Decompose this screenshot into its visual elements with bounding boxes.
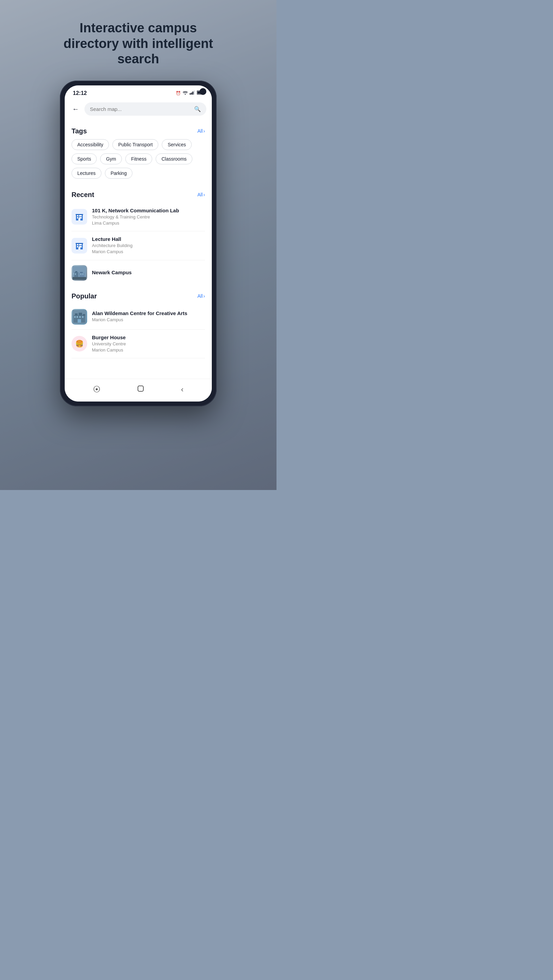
signal-icon	[190, 91, 195, 95]
recent-item-2-subtitle: Architecture Building Marion Campus	[92, 243, 205, 255]
svg-rect-22	[80, 246, 82, 247]
tag-services[interactable]: Services	[162, 139, 192, 150]
svg-rect-24	[76, 243, 83, 244]
svg-rect-26	[74, 272, 78, 277]
popular-all-label: All	[198, 293, 203, 299]
tag-parking[interactable]: Parking	[105, 168, 132, 179]
nav-home-icon[interactable]	[137, 385, 145, 395]
popular-all-chevron: ›	[203, 293, 205, 299]
svg-rect-1	[191, 92, 192, 95]
tag-sports[interactable]: Sports	[72, 153, 97, 164]
svg-rect-28	[79, 273, 84, 277]
svg-rect-27	[75, 271, 77, 272]
svg-rect-21	[79, 246, 80, 247]
building-icon-2	[74, 240, 84, 251]
tags-all-label: All	[198, 128, 203, 134]
svg-rect-8	[77, 215, 78, 216]
tag-lectures[interactable]: Lectures	[72, 168, 102, 179]
phone-frame: 12:12 ⏰	[60, 81, 217, 406]
food-icon: 🍔	[75, 340, 84, 348]
recent-all-label: All	[198, 192, 203, 197]
bottom-nav: ⦿ ‹	[65, 379, 212, 401]
svg-rect-43	[82, 316, 83, 318]
recent-item-3-text: Newark Campus	[92, 269, 205, 276]
tag-classrooms[interactable]: Classrooms	[156, 153, 193, 164]
tag-fitness[interactable]: Fitness	[125, 153, 152, 164]
recent-item-2[interactable]: Lecture Hall Architecture Building Mario…	[65, 231, 212, 259]
recent-item-1[interactable]: 101 K, Network Communication Lab Technol…	[65, 203, 212, 231]
recent-item-2-text: Lecture Hall Architecture Building Mario…	[92, 236, 205, 255]
svg-rect-33	[80, 273, 81, 275]
back-arrow-icon: ←	[72, 105, 79, 113]
popular-item-2[interactable]: 🍔 Burger House University Centre Marion …	[65, 330, 212, 358]
svg-rect-32	[75, 273, 76, 275]
svg-rect-44	[78, 319, 81, 323]
svg-rect-14	[78, 218, 80, 221]
back-button[interactable]: ←	[70, 103, 81, 115]
svg-rect-19	[80, 244, 82, 245]
popular-item-1[interactable]: Alan Wildeman Centre for Creative Arts M…	[65, 304, 212, 329]
recent-section-header: Recent All ›	[65, 184, 212, 203]
popular-item-1-text: Alan Wildeman Centre for Creative Arts M…	[92, 310, 205, 323]
tags-container: Accessibility Public Transport Services …	[65, 139, 212, 184]
svg-rect-20	[77, 246, 78, 247]
svg-rect-30	[73, 277, 86, 280]
recent-item-2-icon	[72, 238, 87, 253]
alarm-icon: ⏰	[176, 91, 181, 95]
popular-item-2-icon: 🍔	[72, 336, 87, 352]
popular-section-header: Popular All ›	[65, 285, 212, 304]
svg-rect-41	[76, 316, 78, 318]
svg-rect-13	[80, 217, 82, 218]
svg-rect-40	[74, 316, 76, 318]
hero-title: Interactive campus directory with intell…	[36, 0, 241, 81]
tag-accessibility[interactable]: Accessibility	[72, 139, 109, 150]
tags-all-chevron: ›	[203, 128, 205, 134]
svg-rect-0	[190, 93, 191, 95]
recent-item-3[interactable]: Newark Campus	[65, 260, 212, 285]
popular-item-1-title: Alan Wildeman Centre for Creative Arts	[92, 310, 205, 316]
svg-rect-2	[193, 92, 193, 95]
svg-rect-34	[83, 273, 83, 275]
recent-item-3-title: Newark Campus	[92, 269, 205, 275]
phone-screen: 12:12 ⏰	[65, 86, 212, 401]
tags-all-button[interactable]: All ›	[198, 128, 205, 134]
svg-rect-12	[79, 217, 80, 218]
nav-back-icon[interactable]: ‹	[181, 385, 183, 394]
camera-dot	[199, 88, 206, 95]
recent-item-1-icon	[72, 209, 87, 224]
popular-title: Popular	[72, 292, 97, 300]
recent-item-1-text: 101 K, Network Communication Lab Technol…	[92, 208, 205, 226]
svg-rect-37	[75, 313, 78, 315]
popular-item-1-image	[72, 309, 87, 325]
status-time: 12:12	[73, 90, 87, 96]
svg-rect-3	[194, 91, 195, 95]
recent-all-button[interactable]: All ›	[198, 192, 205, 197]
tags-title: Tags	[72, 127, 87, 135]
tag-gym[interactable]: Gym	[100, 153, 122, 164]
svg-rect-31	[73, 273, 74, 275]
search-bar-container: ← 🔍	[65, 99, 212, 121]
popular-item-2-title: Burger House	[92, 334, 205, 340]
svg-rect-38	[79, 313, 82, 315]
svg-rect-18	[79, 244, 80, 245]
svg-rect-29	[80, 272, 83, 273]
wifi-icon	[183, 91, 188, 95]
popular-item-1-subtitle: Marion Campus	[92, 317, 205, 323]
search-icon: 🔍	[194, 106, 201, 112]
svg-rect-45	[138, 386, 143, 391]
popular-item-2-text: Burger House University Centre Marion Ca…	[92, 334, 205, 353]
popular-item-2-subtitle: University Centre Marion Campus	[92, 341, 205, 353]
bottom-spacer	[65, 358, 212, 379]
recent-item-1-subtitle: Technology & Training Centre Lima Campus	[92, 214, 205, 226]
tag-public-transport[interactable]: Public Transport	[112, 139, 158, 150]
search-input-wrap[interactable]: 🔍	[84, 102, 206, 116]
nav-menu-icon[interactable]: ⦿	[93, 385, 100, 394]
popular-all-button[interactable]: All ›	[198, 293, 205, 299]
svg-rect-9	[79, 215, 80, 216]
svg-rect-17	[77, 244, 78, 245]
search-input[interactable]	[90, 106, 191, 112]
status-bar: 12:12 ⏰	[65, 86, 212, 99]
svg-rect-23	[78, 247, 80, 250]
recent-item-2-title: Lecture Hall	[92, 236, 205, 242]
svg-rect-11	[77, 217, 78, 218]
